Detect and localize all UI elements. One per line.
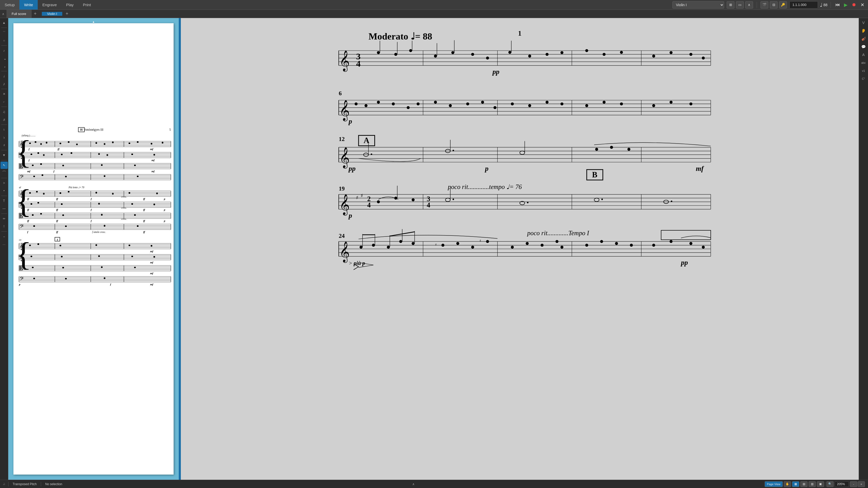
mixer-sidebar-icon[interactable]: V bbox=[860, 19, 867, 26]
add-layout-button[interactable]: + bbox=[32, 10, 39, 18]
cross-icon[interactable]: ✕ bbox=[1, 90, 8, 98]
line-icon[interactable]: — bbox=[1, 205, 8, 212]
beam-icon[interactable]: ⌐ bbox=[1, 98, 8, 105]
chord-sidebar-icon[interactable]: abc bbox=[860, 59, 867, 66]
stop-button[interactable]: ✕ bbox=[859, 1, 866, 8]
expand-arrow[interactable]: ∧ bbox=[412, 482, 414, 486]
full-score-tab[interactable]: Full score bbox=[6, 10, 32, 18]
svg-point-311 bbox=[365, 104, 368, 107]
ear-sidebar-icon[interactable]: 👂 bbox=[860, 27, 867, 34]
whole-note-icon[interactable]: 𝅝 bbox=[1, 55, 8, 62]
tab-play[interactable]: Play bbox=[61, 0, 78, 9]
half-note-icon[interactable]: 𝅗 bbox=[1, 63, 8, 70]
hand-tool-btn[interactable]: ✋ bbox=[784, 481, 791, 487]
tab-print[interactable]: Print bbox=[78, 0, 96, 9]
down-arrow-icon[interactable]: ▼ bbox=[1, 152, 8, 159]
instrument-sidebar-icon[interactable]: 🎻 bbox=[860, 35, 867, 42]
svg-point-220 bbox=[153, 256, 155, 258]
mixer-icon-btn[interactable]: ⊟ bbox=[770, 1, 778, 8]
record-button[interactable]: ⏺ bbox=[850, 1, 858, 8]
text-sidebar-icon[interactable]: A bbox=[860, 51, 867, 58]
curved-line-icon[interactable]: ⌣ bbox=[1, 233, 8, 240]
violin-i-tab[interactable]: Violin I bbox=[42, 12, 62, 16]
svg-text:mf: mf bbox=[150, 272, 153, 275]
zoom-out-btn[interactable]: 🔍 bbox=[827, 481, 834, 487]
chord7-sidebar-icon[interactable]: C⁷ bbox=[860, 75, 867, 83]
svg-text:Moderato ♩= 88: Moderato ♩= 88 bbox=[368, 31, 432, 41]
accent-icon[interactable]: > bbox=[1, 180, 8, 187]
tab-write[interactable]: Write bbox=[20, 0, 38, 9]
svg-point-318 bbox=[466, 102, 469, 106]
svg-point-112 bbox=[156, 193, 158, 194]
zoom-decrease-btn[interactable]: - bbox=[850, 481, 857, 487]
play-button[interactable]: ▶ bbox=[842, 1, 849, 8]
page-view-btn[interactable]: Page View bbox=[765, 481, 783, 487]
full-score-content[interactable]: Vonósnégyes III 5 H (allarg.)......... 𝄞 bbox=[13, 23, 174, 475]
svg-point-70 bbox=[134, 164, 135, 166]
svg-point-432 bbox=[541, 244, 544, 247]
tab-setup[interactable]: Setup bbox=[0, 0, 20, 9]
svg-point-203 bbox=[151, 245, 152, 247]
svg-text:𝄞: 𝄞 bbox=[339, 241, 350, 263]
svg-point-357 bbox=[627, 148, 630, 151]
svg-point-23 bbox=[95, 142, 97, 143]
slur-icon[interactable]: ⌒ bbox=[1, 29, 8, 36]
panel-separator[interactable] bbox=[179, 18, 181, 480]
score-view-btn[interactable]: ⊞ bbox=[727, 1, 735, 8]
eighth-note-icon[interactable]: ♫ bbox=[1, 108, 8, 116]
svg-text:cresc.: cresc. bbox=[121, 195, 127, 198]
full-score-svg: Vonósnégyes III 5 H (allarg.)......... 𝄞 bbox=[13, 23, 174, 475]
sharp-icon[interactable]: ♯ bbox=[1, 141, 8, 149]
zoom-increase-btn[interactable]: + bbox=[858, 481, 865, 487]
instrument-selector[interactable]: Violin I Violin II Viola Cello bbox=[673, 1, 724, 8]
grid-view-1-btn[interactable]: ▦ bbox=[792, 481, 799, 487]
add-part-button[interactable]: + bbox=[63, 10, 70, 18]
grace-note-icon[interactable]: ♪ bbox=[1, 47, 8, 54]
layout-btn[interactable]: ∧ bbox=[745, 1, 753, 8]
svg-point-392 bbox=[594, 198, 599, 201]
svg-point-325 bbox=[585, 104, 588, 107]
staccato-icon[interactable]: • bbox=[1, 187, 8, 194]
key-icon-btn[interactable]: 🔑 bbox=[779, 1, 787, 8]
comment-sidebar-icon[interactable]: 💬 bbox=[860, 43, 867, 51]
number-sidebar-icon[interactable]: v1 bbox=[860, 67, 867, 74]
slur-tool-icon[interactable]: ⌒ bbox=[1, 169, 8, 176]
grid-view-2-btn[interactable]: ▤ bbox=[800, 481, 808, 487]
svg-point-219 bbox=[131, 256, 133, 257]
circle-icon[interactable]: ○ bbox=[1, 37, 8, 44]
rewind-button[interactable]: ⏮ bbox=[834, 1, 841, 8]
select-cursor-icon[interactable]: ↖ bbox=[1, 162, 8, 169]
svg-point-433 bbox=[555, 240, 559, 243]
svg-point-430 bbox=[511, 246, 514, 249]
svg-point-383 bbox=[377, 200, 380, 203]
natural-sign-icon[interactable]: ♮ bbox=[1, 126, 8, 133]
dot-icon[interactable]: ♩ bbox=[1, 72, 8, 80]
collapse-arrow[interactable]: ∧ bbox=[0, 12, 6, 16]
svg-text:mf: mf bbox=[150, 148, 153, 151]
tab-engrave[interactable]: Engrave bbox=[38, 0, 61, 9]
grid-view-4-btn[interactable]: ▣ bbox=[817, 481, 824, 487]
score-panel-up-arrow[interactable]: ▲ bbox=[92, 20, 95, 23]
svg-point-233 bbox=[32, 266, 34, 268]
svg-point-435 bbox=[585, 244, 588, 247]
part-score-area[interactable]: Moderato ♩= 88 1 𝄞 3 4 bbox=[181, 18, 859, 480]
part-view-btn[interactable]: ▭ bbox=[736, 1, 744, 8]
sixteenth-note-icon[interactable]: ♬ bbox=[1, 116, 8, 123]
grid-view-3-btn[interactable]: ▥ bbox=[809, 481, 816, 487]
svg-point-280 bbox=[451, 51, 455, 54]
dashed-line-icon[interactable]: - - bbox=[1, 241, 8, 248]
up-arrow-icon[interactable]: ▲ bbox=[1, 19, 8, 26]
svg-point-310 bbox=[355, 102, 358, 106]
dotted-note-icon[interactable]: ♪ bbox=[1, 80, 8, 88]
flat-icon[interactable]: ♭ bbox=[1, 134, 8, 141]
svg-text:ff: ff bbox=[143, 208, 145, 211]
text-icon[interactable]: T bbox=[1, 197, 8, 204]
svg-point-29 bbox=[162, 142, 163, 143]
selection-label: No selection bbox=[45, 482, 62, 486]
tempo-display: ♩ 88 bbox=[818, 2, 830, 8]
svg-point-47 bbox=[61, 154, 63, 155]
pencil-icon[interactable]: ✏ bbox=[1, 215, 8, 222]
exclamation-icon[interactable]: ! bbox=[1, 223, 8, 230]
video-icon-btn[interactable]: 🎬 bbox=[761, 1, 768, 8]
svg-point-329 bbox=[670, 101, 673, 104]
